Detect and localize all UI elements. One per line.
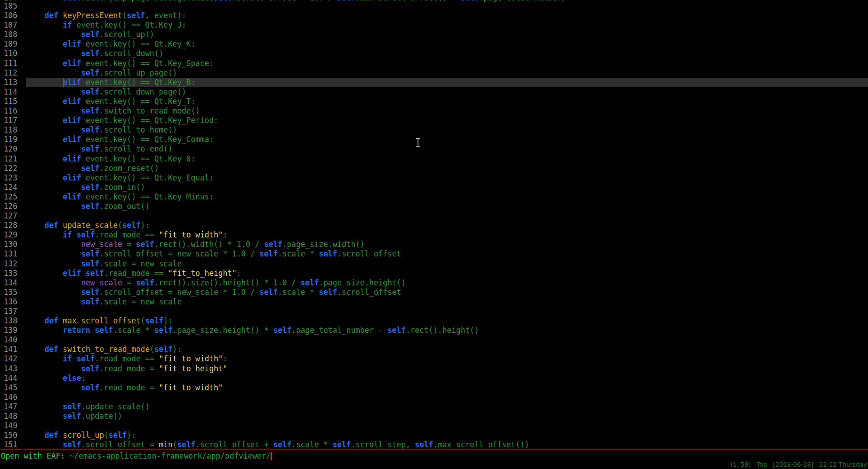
line-code[interactable]: self.zoom_out()	[26, 202, 868, 211]
code-line-147[interactable]: 147 self.update_scale()	[0, 402, 868, 412]
line-code[interactable]: if event.key() == Qt.Key_J:	[26, 20, 868, 30]
code-line-140[interactable]: 140	[0, 335, 868, 345]
line-code[interactable]: return self.scale * self.page_size.heigh…	[26, 326, 868, 335]
line-code[interactable]: self.zoom_in()	[26, 183, 868, 192]
code-line-138[interactable]: 138 def max_scroll_offset(self):	[0, 316, 868, 326]
line-code[interactable]: elif event.key() == Qt.Key_Minus:	[26, 192, 868, 202]
minibuffer[interactable]: Open with EAF: ~/emacs-application-frame…	[1, 451, 272, 461]
code-line-148[interactable]: 148 self.update()	[0, 412, 868, 421]
code-line-119[interactable]: 119 elif event.key() == Qt.Key_Comma:	[0, 135, 868, 144]
line-code[interactable]: else:	[26, 374, 868, 383]
code-line-113[interactable]: 113 elif event.key() == Qt.Key_B:	[0, 78, 868, 87]
minibuffer-input[interactable]: ~/emacs-application-framework/app/pdfvie…	[70, 451, 271, 460]
line-code[interactable]: self.scroll_offset = min(self.scroll_off…	[26, 440, 868, 449]
line-code[interactable]: self.scale = new_scale	[26, 297, 868, 307]
code-line-129[interactable]: 129 if self.read_mode == "fit_to_width":	[0, 230, 868, 240]
code-line-106[interactable]: 106 def keyPressEvent(self, event):	[0, 11, 868, 20]
line-code[interactable]: self.scroll_down_page()	[26, 87, 868, 97]
code-line-117[interactable]: 117 elif event.key() == Qt.Key_Period:	[0, 116, 868, 125]
line-code[interactable]: def update_scale(self):	[26, 221, 868, 230]
code-line-126[interactable]: 126 self.zoom_out()	[0, 202, 868, 211]
line-code[interactable]: self.scroll_offset = new_scale * 1.0 / s…	[26, 249, 868, 259]
code-line-110[interactable]: 110 self.scroll_down()	[0, 49, 868, 58]
line-code[interactable]: self.zoom_reset()	[26, 164, 868, 173]
line-code[interactable]: elif event.key() == Qt.Key_Period:	[26, 116, 868, 125]
code-line-128[interactable]: 128 def update_scale(self):	[0, 221, 868, 230]
code-line-150[interactable]: 150 def scroll_up(self):	[0, 431, 868, 440]
code-token: elif	[63, 192, 81, 201]
code-line-149[interactable]: 149	[0, 421, 868, 431]
code-line-112[interactable]: 112 self.scroll_up_page()	[0, 68, 868, 78]
line-code[interactable]: elif event.key() == Qt.Key_T:	[26, 97, 868, 106]
line-code[interactable]	[26, 1, 868, 11]
code-line-145[interactable]: 145 self.read_mode = "fit_to_width"	[0, 383, 868, 393]
line-code[interactable]: new_scale = self.rect().width() * 1.0 / …	[26, 240, 868, 249]
code-line-134[interactable]: 134 new_scale = self.rect().size().heigh…	[0, 278, 868, 288]
code-token: .read_mode =	[100, 364, 159, 373]
code-line-127[interactable]: 127	[0, 211, 868, 221]
code-line-143[interactable]: 143 self.read_mode = "fit_to_height"	[0, 364, 868, 374]
code-line-135[interactable]: 135 self.scroll_offset = new_scale * 1.0…	[0, 288, 868, 297]
code-line-144[interactable]: 144 else:	[0, 374, 868, 383]
code-line-122[interactable]: 122 self.zoom_reset()	[0, 164, 868, 173]
line-code[interactable]: self.scroll_to_home()	[26, 125, 868, 135]
code-line-136[interactable]: 136 self.scale = new_scale	[0, 297, 868, 307]
line-code[interactable]: elif event.key() == Qt.Key_Comma:	[26, 135, 868, 144]
line-code[interactable]	[26, 421, 868, 431]
code-line-107[interactable]: 107 if event.key() == Qt.Key_J:	[0, 20, 868, 30]
line-code[interactable]	[26, 211, 868, 221]
line-code[interactable]	[26, 307, 868, 316]
line-code[interactable]: elif event.key() == Qt.Key_K:	[26, 39, 868, 49]
line-code[interactable]: self.scroll_down()	[26, 49, 868, 58]
code-line-124[interactable]: 124 self.zoom_in()	[0, 183, 868, 192]
line-code[interactable]: self.scroll_to_end()	[26, 144, 868, 154]
code-line-142[interactable]: 142 if self.read_mode == "fit_to_width":	[0, 354, 868, 364]
line-code[interactable]	[26, 335, 868, 345]
line-code[interactable]: self.scroll_up()	[26, 30, 868, 39]
code-line-137[interactable]: 137	[0, 307, 868, 316]
line-code[interactable]: self.scroll_up_page()	[26, 68, 868, 78]
code-line-125[interactable]: 125 elif event.key() == Qt.Key_Minus:	[0, 192, 868, 202]
line-code[interactable]: self.scale = new_scale	[26, 259, 868, 269]
code-line-141[interactable]: 141 def switch_to_read_mode(self):	[0, 345, 868, 354]
code-line-105[interactable]: 105	[0, 1, 868, 11]
line-code[interactable]: self.scroll_offset = new_scale * 1.0 / s…	[26, 288, 868, 297]
line-code[interactable]: self.update()	[26, 412, 868, 421]
code-line-132[interactable]: 132 self.scale = new_scale	[0, 259, 868, 269]
line-code[interactable]: self.read_mode = "fit_to_width"	[26, 383, 868, 393]
line-code[interactable]: elif event.key() == Qt.Key_Space:	[26, 59, 868, 68]
code-line-120[interactable]: 120 self.scroll_to_end()	[0, 144, 868, 154]
code-lines[interactable]: 105106 def keyPressEvent(self, event):10…	[0, 1, 868, 449]
line-code[interactable]: self.read_mode = "fit_to_height"	[26, 364, 868, 374]
line-code[interactable]: def switch_to_read_mode(self):	[26, 345, 868, 354]
code-line-131[interactable]: 131 self.scroll_offset = new_scale * 1.0…	[0, 249, 868, 259]
line-code[interactable]: elif self.read_mode == "fit_to_height":	[26, 269, 868, 278]
code-line-133[interactable]: 133 elif self.read_mode == "fit_to_heigh…	[0, 269, 868, 278]
code-line-116[interactable]: 116 self.switch_to_read_mode()	[0, 106, 868, 116]
line-code[interactable]: if self.read_mode == "fit_to_width":	[26, 354, 868, 364]
line-code[interactable]: new_scale = self.rect().size().height() …	[26, 278, 868, 288]
code-line-123[interactable]: 123 elif event.key() == Qt.Key_Equal:	[0, 173, 868, 183]
line-code[interactable]	[26, 393, 868, 402]
code-line-118[interactable]: 118 self.scroll_to_home()	[0, 125, 868, 135]
line-code[interactable]: def max_scroll_offset(self):	[26, 316, 868, 326]
code-line-130[interactable]: 130 new_scale = self.rect().width() * 1.…	[0, 240, 868, 249]
code-line-121[interactable]: 121 elif event.key() == Qt.Key_0:	[0, 154, 868, 164]
code-line-139[interactable]: 139 return self.scale * self.page_size.h…	[0, 326, 868, 335]
line-code[interactable]: self.update_scale()	[26, 402, 868, 412]
code-line-109[interactable]: 109 elif event.key() == Qt.Key_K:	[0, 39, 868, 49]
code-line-146[interactable]: 146	[0, 393, 868, 402]
code-line-151[interactable]: 151 self.scroll_offset = min(self.scroll…	[0, 440, 868, 449]
code-line-108[interactable]: 108 self.scroll_up()	[0, 30, 868, 39]
line-code[interactable]: elif event.key() == Qt.Key_0:	[26, 154, 868, 164]
code-line-114[interactable]: 114 self.scroll_down_page()	[0, 87, 868, 97]
line-code[interactable]: elif event.key() == Qt.Key_B:	[26, 78, 868, 87]
line-code[interactable]: def scroll_up(self):	[26, 431, 868, 440]
line-code[interactable]: def keyPressEvent(self, event):	[26, 11, 868, 20]
code-editor-buffer[interactable]: 104 self.send_jump_page_message.emit(sel…	[0, 0, 868, 449]
line-code[interactable]: self.switch_to_read_mode()	[26, 106, 868, 116]
code-line-111[interactable]: 111 elif event.key() == Qt.Key_Space:	[0, 59, 868, 68]
line-code[interactable]: elif event.key() == Qt.Key_Equal:	[26, 173, 868, 183]
line-code[interactable]: if self.read_mode == "fit_to_width":	[26, 230, 868, 240]
code-line-115[interactable]: 115 elif event.key() == Qt.Key_T:	[0, 97, 868, 106]
